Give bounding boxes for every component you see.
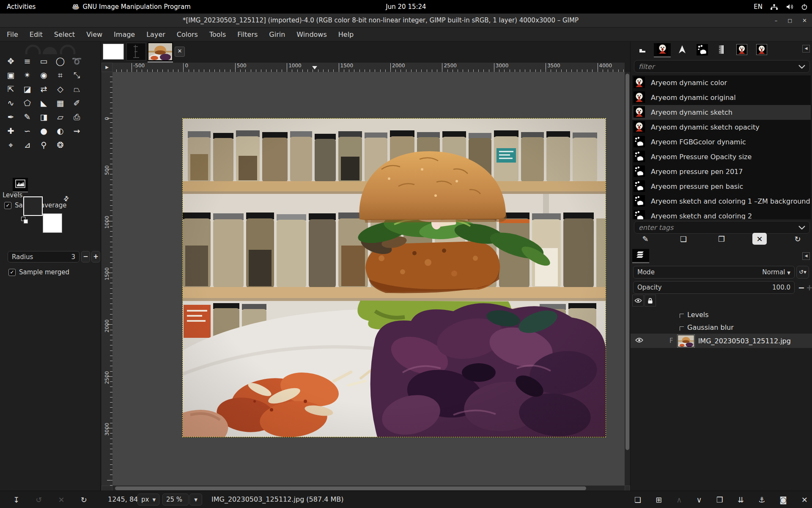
- menu-tools[interactable]: Tools: [209, 30, 226, 39]
- canvas-viewport[interactable]: [112, 72, 625, 486]
- tool-clone-button[interactable]: ⎙: [69, 110, 85, 124]
- dock-tab-tool-presets[interactable]: [634, 43, 651, 58]
- tool-rectangle-select-button[interactable]: ▭: [36, 54, 52, 68]
- lock-column-header[interactable]: [645, 295, 656, 306]
- tool-flip-button[interactable]: ⇄: [36, 82, 52, 96]
- menu-edit[interactable]: Edit: [30, 30, 43, 39]
- dock-tab-brush-editor[interactable]: [713, 43, 730, 58]
- dock-tab-dynamics-editor-2[interactable]: [753, 43, 770, 58]
- merge-down-button[interactable]: ⇊: [738, 495, 744, 504]
- vertical-scrollbar[interactable]: [625, 72, 630, 486]
- new-dynamics-button[interactable]: ❏: [676, 233, 691, 245]
- layer-thumbnail[interactable]: [678, 335, 694, 347]
- tool-paint-select-button[interactable]: ❂: [52, 138, 69, 152]
- filter-input[interactable]: filter: [634, 60, 810, 73]
- menu-colors[interactable]: Colors: [177, 30, 198, 39]
- save-options-button[interactable]: ↧: [13, 495, 19, 504]
- visibility-column-header[interactable]: [632, 295, 644, 306]
- menu-help[interactable]: Help: [338, 30, 354, 39]
- tool-cage-transform-button[interactable]: ⬠: [19, 96, 36, 110]
- dynamics-item[interactable]: Aryeom FGBGcolor dynamic: [632, 135, 811, 149]
- zoom-dropdown-button[interactable]: ▼: [189, 494, 202, 505]
- reset-options-button[interactable]: ↻: [81, 495, 87, 504]
- foreground-color-swatch[interactable]: [23, 196, 43, 216]
- dock-tab-paint-dynamics[interactable]: [654, 43, 671, 58]
- layers-dialog-tab[interactable]: [632, 249, 649, 263]
- opacity-decrease-button[interactable]: −: [798, 283, 805, 292]
- tool-ink-button[interactable]: ✒: [3, 110, 19, 124]
- opacity-slider[interactable]: Opacity 100.0: [633, 281, 795, 294]
- dynamics-item[interactable]: Aryeom pressure pen basic: [632, 179, 811, 194]
- tool-perspective-button[interactable]: ⏢: [69, 82, 85, 96]
- dynamics-item[interactable]: Aryeom dynamic color: [632, 75, 811, 90]
- dock-tab-brushes[interactable]: [694, 43, 710, 58]
- dock-tab-dynamics-editor-1[interactable]: [733, 43, 750, 58]
- tool-move-button[interactable]: ✥: [3, 54, 19, 68]
- app-menu-button[interactable]: GNU Image Manipulation Program: [72, 3, 190, 11]
- radius-decrease-button[interactable]: −: [81, 251, 90, 262]
- vertical-scrollbar-thumb[interactable]: [625, 74, 629, 450]
- tool-foreground-select-button[interactable]: ▣: [3, 68, 19, 82]
- new-layer-button[interactable]: ❏: [634, 495, 641, 504]
- edit-dynamics-button[interactable]: ✎: [638, 233, 653, 245]
- maximize-button-icon[interactable]: ◻: [787, 17, 792, 24]
- dynamics-item[interactable]: Aryeom sketch and coloring 1 –ZM backgro…: [632, 194, 811, 209]
- tool-bucket-fill-button[interactable]: ◣: [36, 96, 52, 110]
- duplicate-layer-button[interactable]: ❐: [716, 495, 723, 504]
- add-mask-button[interactable]: ◙: [779, 495, 787, 504]
- tool-free-select-button[interactable]: ➰: [69, 54, 85, 68]
- horizontal-scrollbar-thumb[interactable]: [115, 486, 586, 490]
- default-colors-icon[interactable]: [21, 217, 28, 224]
- dynamics-item[interactable]: Aryeom dynamic sketch opacity: [632, 120, 811, 135]
- canvas-image[interactable]: [182, 118, 606, 437]
- horizontal-ruler[interactable]: -50005001000150020002500300035004000: [112, 63, 625, 72]
- radius-increase-button[interactable]: +: [91, 251, 100, 262]
- tool-fuzzy-select-button[interactable]: ✴: [19, 68, 36, 82]
- menu-layer[interactable]: Layer: [146, 30, 165, 39]
- image-tab-burger-active[interactable]: [148, 42, 173, 61]
- tool-paintbrush-button[interactable]: ✐: [69, 96, 85, 110]
- dynamics-item[interactable]: Aryeom dynamic sketch: [632, 105, 811, 120]
- menu-select[interactable]: Select: [54, 30, 75, 39]
- image-tab-dark[interactable]: [126, 43, 146, 61]
- activities-button[interactable]: Activities: [7, 3, 36, 11]
- tool-measure-button[interactable]: ⊿: [19, 138, 36, 152]
- menu-view[interactable]: View: [86, 30, 102, 39]
- tool-zoom-button[interactable]: ⚲: [36, 138, 52, 152]
- tool-3d-transform-button[interactable]: ◇: [52, 82, 69, 96]
- new-layer-group-button[interactable]: ⊞: [656, 495, 662, 504]
- chevron-down-icon[interactable]: [798, 224, 805, 231]
- window-title-bar[interactable]: *[IMG_20230503_125112] (imported)-4.0 (R…: [0, 14, 812, 28]
- tool-unified-transform-button[interactable]: ⤡: [69, 68, 85, 82]
- tool-warp-transform-button[interactable]: ∿: [3, 96, 19, 110]
- dock-collapse-icon[interactable]: ◀: [802, 252, 810, 260]
- dynamics-item[interactable]: Aryeom pressure pen 2017: [632, 164, 811, 179]
- dynamics-item[interactable]: Aryeom dynamic original: [632, 90, 811, 105]
- tool-smudge-button[interactable]: ∽: [19, 124, 36, 138]
- layer-row-selected[interactable]: FIMG_20230503_125112.jpg: [631, 334, 812, 348]
- power-icon[interactable]: [801, 3, 808, 10]
- layer-filter-row[interactable]: Gaussian blur: [631, 321, 812, 334]
- vertical-ruler[interactable]: 050010001500200025003000: [102, 72, 112, 486]
- image-tab-blank[interactable]: [103, 44, 124, 60]
- menu-windows[interactable]: Windows: [296, 30, 326, 39]
- zoom-value-box[interactable]: 25 %: [162, 494, 189, 505]
- tool-ellipse-select-button[interactable]: ◯: [52, 54, 69, 68]
- tool-crop-button[interactable]: ⌗: [52, 68, 69, 82]
- sample-average-option[interactable]: ✓ Sample average: [4, 202, 100, 209]
- background-color-swatch[interactable]: [43, 213, 62, 233]
- close-button-icon[interactable]: ✕: [802, 17, 807, 24]
- tool-heal-button[interactable]: ✚: [3, 124, 19, 138]
- dock-tab-device-status[interactable]: [674, 43, 691, 58]
- layer-visibility-eye-icon[interactable]: [635, 337, 643, 345]
- tool-airbrush-button[interactable]: ⇝: [69, 124, 85, 138]
- duplicate-dynamics-button[interactable]: ❐: [714, 233, 729, 245]
- volume-icon[interactable]: [786, 4, 793, 10]
- tool-gradient-button[interactable]: ▦: [52, 96, 69, 110]
- tool-dodge-burn-button[interactable]: ◐: [52, 124, 69, 138]
- refresh-dynamics-button[interactable]: ↻: [790, 233, 805, 245]
- delete-layer-button[interactable]: ✕: [801, 495, 808, 504]
- sample-merged-checkbox[interactable]: ✓: [8, 269, 16, 276]
- unit-dropdown[interactable]: px▼: [137, 494, 159, 505]
- tool-alignment-button[interactable]: ≡: [19, 54, 36, 68]
